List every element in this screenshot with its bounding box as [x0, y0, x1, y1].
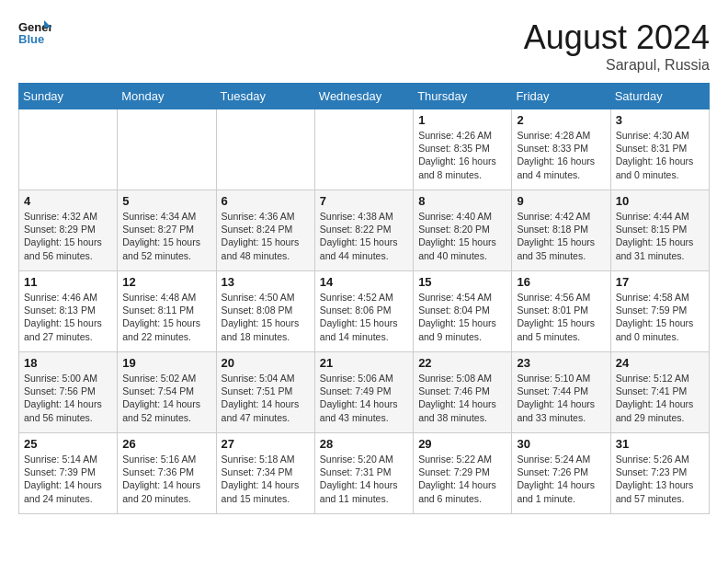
- day-number: 21: [320, 356, 408, 370]
- calendar-cell: 30Sunrise: 5:24 AM Sunset: 7:26 PM Dayli…: [512, 433, 610, 514]
- day-number: 4: [24, 194, 112, 208]
- day-info: Sunrise: 5:22 AM Sunset: 7:29 PM Dayligh…: [418, 453, 506, 505]
- day-info: Sunrise: 5:08 AM Sunset: 7:46 PM Dayligh…: [418, 372, 506, 424]
- calendar-cell: 28Sunrise: 5:20 AM Sunset: 7:31 PM Dayli…: [314, 433, 413, 514]
- calendar-cell: 6Sunrise: 4:36 AM Sunset: 8:24 PM Daylig…: [216, 190, 314, 271]
- calendar-cell: 10Sunrise: 4:44 AM Sunset: 8:15 PM Dayli…: [610, 190, 709, 271]
- day-info: Sunrise: 5:20 AM Sunset: 7:31 PM Dayligh…: [320, 453, 408, 505]
- calendar-cell: 13Sunrise: 4:50 AM Sunset: 8:08 PM Dayli…: [216, 271, 314, 352]
- day-info: Sunrise: 5:14 AM Sunset: 7:39 PM Dayligh…: [24, 453, 112, 505]
- calendar-cell: 1Sunrise: 4:26 AM Sunset: 8:35 PM Daylig…: [414, 109, 512, 190]
- calendar-cell: 23Sunrise: 5:10 AM Sunset: 7:44 PM Dayli…: [512, 352, 610, 433]
- day-number: 5: [122, 194, 210, 208]
- day-info: Sunrise: 4:48 AM Sunset: 8:11 PM Dayligh…: [122, 291, 210, 343]
- calendar-week-2: 4Sunrise: 4:32 AM Sunset: 8:29 PM Daylig…: [19, 190, 710, 271]
- day-info: Sunrise: 4:42 AM Sunset: 8:18 PM Dayligh…: [517, 210, 605, 262]
- day-number: 17: [616, 275, 704, 289]
- calendar-cell: 22Sunrise: 5:08 AM Sunset: 7:46 PM Dayli…: [414, 352, 512, 433]
- day-number: 1: [418, 113, 506, 127]
- col-wednesday: Wednesday: [314, 84, 413, 109]
- day-info: Sunrise: 4:56 AM Sunset: 8:01 PM Dayligh…: [517, 291, 605, 343]
- day-number: 30: [517, 437, 605, 451]
- day-info: Sunrise: 5:00 AM Sunset: 7:56 PM Dayligh…: [24, 372, 112, 424]
- day-number: 8: [418, 194, 506, 208]
- day-number: 13: [222, 275, 310, 289]
- day-number: 26: [122, 437, 210, 451]
- calendar-cell: 18Sunrise: 5:00 AM Sunset: 7:56 PM Dayli…: [19, 352, 118, 433]
- calendar-cell: 3Sunrise: 4:30 AM Sunset: 8:31 PM Daylig…: [610, 109, 709, 190]
- calendar-cell: 29Sunrise: 5:22 AM Sunset: 7:29 PM Dayli…: [414, 433, 512, 514]
- calendar-cell: 5Sunrise: 4:34 AM Sunset: 8:27 PM Daylig…: [118, 190, 216, 271]
- calendar-cell: 17Sunrise: 4:58 AM Sunset: 7:59 PM Dayli…: [610, 271, 709, 352]
- day-info: Sunrise: 5:02 AM Sunset: 7:54 PM Dayligh…: [122, 372, 210, 424]
- day-number: 29: [418, 437, 506, 451]
- day-number: 10: [616, 194, 704, 208]
- day-number: 31: [616, 437, 704, 451]
- day-info: Sunrise: 4:34 AM Sunset: 8:27 PM Dayligh…: [122, 210, 210, 262]
- day-number: 25: [24, 437, 112, 451]
- day-number: 16: [517, 275, 605, 289]
- col-thursday: Thursday: [414, 84, 512, 109]
- col-monday: Monday: [118, 84, 216, 109]
- day-info: Sunrise: 4:38 AM Sunset: 8:22 PM Dayligh…: [320, 210, 408, 262]
- day-info: Sunrise: 5:24 AM Sunset: 7:26 PM Dayligh…: [517, 453, 605, 505]
- title-block: August 2024 Sarapul, Russia: [524, 18, 710, 74]
- calendar-cell: [216, 109, 314, 190]
- day-info: Sunrise: 4:52 AM Sunset: 8:06 PM Dayligh…: [320, 291, 408, 343]
- calendar-cell: 15Sunrise: 4:54 AM Sunset: 8:04 PM Dayli…: [414, 271, 512, 352]
- calendar-header: Sunday Monday Tuesday Wednesday Thursday…: [19, 84, 710, 109]
- day-number: 11: [24, 275, 112, 289]
- calendar-body: 1Sunrise: 4:26 AM Sunset: 8:35 PM Daylig…: [19, 109, 710, 514]
- day-info: Sunrise: 4:58 AM Sunset: 7:59 PM Dayligh…: [616, 291, 704, 343]
- day-info: Sunrise: 5:16 AM Sunset: 7:36 PM Dayligh…: [122, 453, 210, 505]
- page-header: General Blue August 2024 Sarapul, Russia: [18, 18, 710, 74]
- calendar-cell: 31Sunrise: 5:26 AM Sunset: 7:23 PM Dayli…: [610, 433, 709, 514]
- calendar-cell: [314, 109, 413, 190]
- day-number: 19: [122, 356, 210, 370]
- calendar-cell: 25Sunrise: 5:14 AM Sunset: 7:39 PM Dayli…: [19, 433, 118, 514]
- calendar-cell: 11Sunrise: 4:46 AM Sunset: 8:13 PM Dayli…: [19, 271, 118, 352]
- day-info: Sunrise: 4:46 AM Sunset: 8:13 PM Dayligh…: [24, 291, 112, 343]
- day-info: Sunrise: 4:40 AM Sunset: 8:20 PM Dayligh…: [418, 210, 506, 262]
- day-info: Sunrise: 5:06 AM Sunset: 7:49 PM Dayligh…: [320, 372, 408, 424]
- calendar-table: Sunday Monday Tuesday Wednesday Thursday…: [18, 83, 710, 514]
- calendar-cell: [19, 109, 118, 190]
- day-info: Sunrise: 5:26 AM Sunset: 7:23 PM Dayligh…: [616, 453, 704, 505]
- col-sunday: Sunday: [19, 84, 118, 109]
- calendar-week-3: 11Sunrise: 4:46 AM Sunset: 8:13 PM Dayli…: [19, 271, 710, 352]
- day-number: 2: [517, 113, 605, 127]
- col-saturday: Saturday: [610, 84, 709, 109]
- month-year: August 2024: [524, 18, 710, 57]
- day-number: 20: [222, 356, 310, 370]
- day-number: 18: [24, 356, 112, 370]
- calendar-week-4: 18Sunrise: 5:00 AM Sunset: 7:56 PM Dayli…: [19, 352, 710, 433]
- day-number: 14: [320, 275, 408, 289]
- day-number: 12: [122, 275, 210, 289]
- calendar-cell: 16Sunrise: 4:56 AM Sunset: 8:01 PM Dayli…: [512, 271, 610, 352]
- day-info: Sunrise: 4:54 AM Sunset: 8:04 PM Dayligh…: [418, 291, 506, 343]
- day-number: 28: [320, 437, 408, 451]
- calendar-cell: 9Sunrise: 4:42 AM Sunset: 8:18 PM Daylig…: [512, 190, 610, 271]
- day-number: 22: [418, 356, 506, 370]
- logo-icon: General Blue: [18, 18, 51, 46]
- day-info: Sunrise: 4:26 AM Sunset: 8:35 PM Dayligh…: [418, 129, 506, 181]
- calendar-cell: 8Sunrise: 4:40 AM Sunset: 8:20 PM Daylig…: [414, 190, 512, 271]
- calendar-cell: 26Sunrise: 5:16 AM Sunset: 7:36 PM Dayli…: [118, 433, 216, 514]
- location: Sarapul, Russia: [524, 57, 710, 74]
- day-number: 27: [222, 437, 310, 451]
- day-info: Sunrise: 4:44 AM Sunset: 8:15 PM Dayligh…: [616, 210, 704, 262]
- day-info: Sunrise: 5:04 AM Sunset: 7:51 PM Dayligh…: [222, 372, 310, 424]
- logo: General Blue: [18, 18, 51, 46]
- day-number: 9: [517, 194, 605, 208]
- day-info: Sunrise: 5:18 AM Sunset: 7:34 PM Dayligh…: [222, 453, 310, 505]
- calendar-cell: 2Sunrise: 4:28 AM Sunset: 8:33 PM Daylig…: [512, 109, 610, 190]
- calendar-cell: 19Sunrise: 5:02 AM Sunset: 7:54 PM Dayli…: [118, 352, 216, 433]
- col-friday: Friday: [512, 84, 610, 109]
- day-info: Sunrise: 4:32 AM Sunset: 8:29 PM Dayligh…: [24, 210, 112, 262]
- calendar-cell: 7Sunrise: 4:38 AM Sunset: 8:22 PM Daylig…: [314, 190, 413, 271]
- calendar-cell: 27Sunrise: 5:18 AM Sunset: 7:34 PM Dayli…: [216, 433, 314, 514]
- day-number: 7: [320, 194, 408, 208]
- day-number: 15: [418, 275, 506, 289]
- day-info: Sunrise: 4:50 AM Sunset: 8:08 PM Dayligh…: [222, 291, 310, 343]
- calendar-cell: 4Sunrise: 4:32 AM Sunset: 8:29 PM Daylig…: [19, 190, 118, 271]
